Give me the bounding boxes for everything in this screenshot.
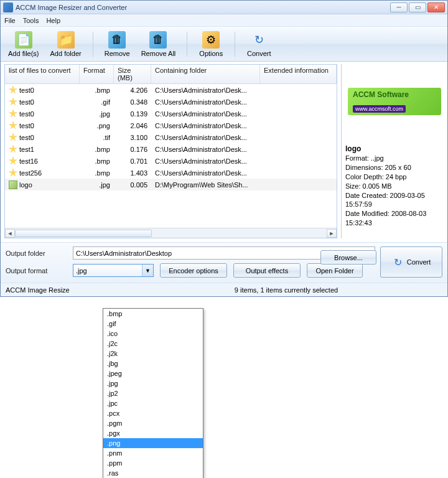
- col-ext[interactable]: Extended information: [260, 65, 337, 83]
- col-size[interactable]: Size (MB): [114, 65, 151, 83]
- table-row[interactable]: test1.bmp0.176C:\Users\Administrator\Des…: [5, 143, 337, 155]
- info-dimensions: Dimensions: 205 x 60: [345, 163, 444, 172]
- info-depth: Color Depth: 24 bpp: [345, 172, 444, 182]
- preview-image: ACCM Software www.accmsoft.com: [348, 88, 441, 115]
- table-row[interactable]: test16.bmp0.701C:\Users\Administrator\De…: [5, 155, 337, 167]
- remove-icon: 🗑: [108, 31, 126, 49]
- window-title: ACCM Image Resizer and Converter: [16, 4, 390, 11]
- toolbar-add-folder[interactable]: 📁Add folder: [48, 30, 84, 59]
- star-icon: [9, 157, 17, 166]
- toolbar-options[interactable]: ⚙Options: [196, 30, 226, 59]
- menu-tools[interactable]: Tools: [23, 17, 39, 24]
- grid-header: list of files to convert Format Size (MB…: [5, 65, 337, 84]
- table-row[interactable]: test0.png2.046C:\Users\Administrator\Des…: [5, 120, 337, 131]
- image-icon: [9, 180, 17, 189]
- add-folder-icon: 📁: [57, 31, 75, 49]
- table-row[interactable]: logo.jpg0.005D:\MyProgram\Web Sites\Sh..…: [5, 179, 337, 190]
- minimize-button[interactable]: ─: [390, 2, 408, 12]
- convert-arrow-icon: ↻: [392, 256, 404, 268]
- grid-body: test0.bmp4.206C:\Users\Administrator\Des…: [5, 84, 337, 228]
- preview-area: ACCM Software www.accmsoft.com: [345, 64, 444, 139]
- star-icon: [9, 145, 17, 154]
- star-icon: [9, 169, 17, 177]
- side-panel: ACCM Software www.accmsoft.com logo Form…: [341, 64, 444, 238]
- table-row[interactable]: test0.bmp4.206C:\Users\Administrator\Des…: [5, 84, 337, 96]
- statusbar: ACCM Image Resize 9 items, 1 items curre…: [1, 283, 447, 296]
- file-grid: list of files to convert Format Size (MB…: [4, 64, 337, 238]
- horizontal-scrollbar[interactable]: ◄ ►: [5, 228, 337, 238]
- col-format[interactable]: Format: [80, 65, 114, 83]
- info-modified: Date Modified: 2008-08-03 15:32:43: [345, 209, 444, 228]
- star-icon: [9, 133, 17, 142]
- open-folder-button[interactable]: Open Folder: [307, 263, 363, 278]
- menu-help[interactable]: Help: [46, 17, 60, 24]
- encoder-options-button[interactable]: Encoder options: [160, 263, 227, 278]
- app-icon: [3, 2, 13, 12]
- gear-icon: ⚙: [202, 31, 220, 49]
- close-button[interactable]: ✕: [427, 2, 445, 12]
- titlebar[interactable]: ACCM Image Resizer and Converter ─ ▭ ✕: [1, 1, 447, 14]
- chevron-down-icon[interactable]: ▼: [142, 265, 153, 276]
- app-window: ACCM Image Resizer and Converter ─ ▭ ✕ F…: [0, 0, 448, 297]
- table-row[interactable]: test0.tif3.100C:\Users\Administrator\Des…: [5, 131, 337, 143]
- toolbar: 📄Add file(s) 📁Add folder 🗑Remove 🗑Remove…: [1, 27, 447, 62]
- scroll-thumb[interactable]: [15, 230, 152, 237]
- star-icon: [9, 121, 17, 130]
- menubar: File Tools Help: [1, 14, 447, 27]
- maximize-button[interactable]: ▭: [409, 2, 426, 12]
- col-folder[interactable]: Containing folder: [151, 65, 260, 83]
- info-format: Format: ..jpg: [345, 154, 444, 163]
- file-info: logo Format: ..jpg Dimensions: 205 x 60 …: [345, 144, 444, 228]
- convert-button[interactable]: ↻ Convert: [380, 246, 442, 278]
- main-body: list of files to convert Format Size (MB…: [1, 62, 447, 242]
- output-format-label: Output format: [6, 267, 68, 274]
- status-right: 9 items, 1 items currently selected: [130, 286, 442, 294]
- table-row[interactable]: test0.gif0.348C:\Users\Administrator\Des…: [5, 96, 337, 108]
- info-size: Size: 0.005 MB: [345, 182, 444, 191]
- star-icon: [9, 86, 17, 95]
- table-row[interactable]: test0.jpg0.139C:\Users\Administrator\Des…: [5, 108, 337, 120]
- toolbar-remove[interactable]: 🗑Remove: [102, 30, 133, 59]
- menu-file[interactable]: File: [4, 17, 16, 24]
- star-icon: [9, 110, 17, 118]
- info-created: Date Created: 2009-03-05 15:57:59: [345, 191, 444, 210]
- toolbar-remove-all[interactable]: 🗑Remove All: [139, 30, 179, 59]
- convert-icon: ↻: [250, 31, 268, 49]
- output-folder-label: Output folder: [6, 250, 68, 257]
- star-icon: [9, 98, 17, 106]
- browse-button[interactable]: Browse...: [320, 250, 376, 265]
- output-effects-button[interactable]: Output effects: [233, 263, 301, 278]
- toolbar-convert[interactable]: ↻Convert: [244, 30, 274, 59]
- table-row[interactable]: test256.bmp1.403C:\Users\Administrator\D…: [5, 167, 337, 179]
- output-panel: Output folder C:\Users\Administrator\Des…: [1, 242, 447, 283]
- info-filename: logo: [345, 144, 444, 154]
- add-file-icon: 📄: [15, 31, 32, 49]
- col-name[interactable]: list of files to convert: [5, 65, 80, 83]
- toolbar-add-files[interactable]: 📄Add file(s): [6, 30, 42, 59]
- status-left: ACCM Image Resize: [6, 286, 130, 294]
- output-format-combo[interactable]: .jpg ▼: [73, 264, 154, 277]
- scroll-right-icon[interactable]: ►: [327, 229, 337, 238]
- scroll-left-icon[interactable]: ◄: [5, 229, 15, 238]
- remove-all-icon: 🗑: [149, 31, 167, 49]
